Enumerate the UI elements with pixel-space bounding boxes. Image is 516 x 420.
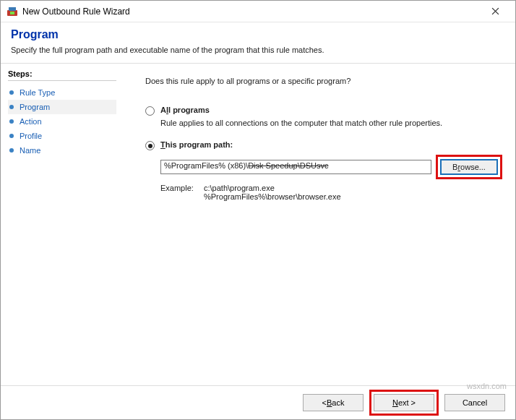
radio-program-path[interactable] (145, 141, 155, 150)
example-row: Example: c:\path\program.exe %ProgramFil… (160, 184, 502, 201)
radio-all-programs[interactable] (145, 106, 155, 116)
option-path-label: This program path: (160, 140, 233, 149)
program-path-row: %ProgramFiles% (x86)\Disk Speedup\DSUsvc… (160, 155, 502, 179)
main-panel: Does this rule apply to all programs or … (124, 64, 515, 385)
step-label: Action (20, 117, 42, 126)
bullet-icon (9, 134, 14, 138)
bullet-icon (9, 105, 14, 109)
window-title: New Outbound Rule Wizard (22, 7, 130, 17)
step-label: Program (20, 103, 50, 111)
wizard-header: Program Specify the full program path an… (1, 22, 515, 64)
program-path-input[interactable]: %ProgramFiles% (x86)\Disk Speedup\DSUsvc (160, 160, 431, 174)
step-program[interactable]: Program (8, 100, 116, 114)
bullet-icon (9, 119, 14, 124)
option-program-path[interactable]: This program path: (145, 140, 502, 150)
svg-rect-2 (10, 12, 14, 14)
steps-sidebar: Steps: Rule Type Program Action Profile … (1, 64, 124, 385)
bullet-icon (9, 148, 14, 153)
close-icon (491, 7, 499, 15)
question-text: Does this rule apply to all programs or … (145, 77, 502, 85)
titlebar: New Outbound Rule Wizard (1, 1, 515, 22)
steps-heading: Steps: (8, 69, 116, 81)
step-name[interactable]: Name (8, 143, 116, 158)
cancel-button[interactable]: Cancel (444, 394, 505, 411)
step-label: Name (20, 146, 40, 155)
bullet-icon (9, 90, 14, 95)
svg-rect-1 (9, 7, 16, 11)
app-icon (7, 6, 18, 17)
option-all-label: All programs (160, 106, 210, 114)
example-paths: c:\path\program.exe %ProgramFiles%\brows… (204, 184, 341, 201)
browse-button[interactable]: Browse... (440, 159, 498, 175)
wizard-window: New Outbound Rule Wizard Program Specify… (0, 0, 516, 420)
close-button[interactable] (481, 1, 509, 22)
wizard-body: Steps: Rule Type Program Action Profile … (1, 64, 515, 386)
wizard-footer: < Back Next > Cancel (1, 386, 515, 419)
step-rule-type[interactable]: Rule Type (8, 85, 116, 100)
watermark: wsxdn.com (467, 382, 507, 390)
browse-highlight: Browse... (436, 155, 502, 179)
next-highlight: Next > (369, 390, 439, 416)
example-label: Example: (160, 184, 204, 201)
page-title: Program (11, 28, 505, 41)
next-button[interactable]: Next > (374, 394, 434, 411)
page-subtitle: Specify the full program path and execut… (11, 46, 505, 54)
step-label: Rule Type (20, 88, 55, 97)
step-action[interactable]: Action (8, 114, 116, 129)
step-label: Profile (20, 132, 42, 140)
step-profile[interactable]: Profile (8, 129, 116, 143)
option-all-programs[interactable]: All programs (145, 106, 502, 116)
back-button[interactable]: < Back (303, 394, 364, 411)
option-all-desc: Rule applies to all connections on the c… (160, 119, 502, 127)
